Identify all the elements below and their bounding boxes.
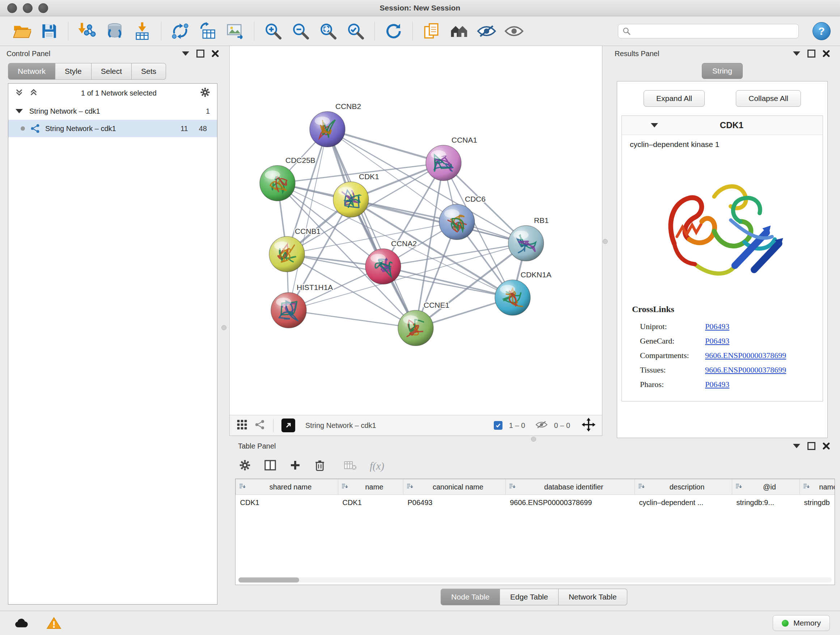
zoom-fit-button[interactable] [316,19,340,43]
network-node[interactable]: CDK1 [333,172,379,217]
zoom-window-button[interactable] [38,3,48,13]
legend-home-button[interactable] [447,19,471,43]
column-header[interactable]: database identifier [506,479,635,495]
table-cell[interactable]: cyclin–dependent ... [635,495,732,511]
cloud-status-button[interactable] [10,615,33,631]
tab-sets[interactable]: Sets [132,63,166,80]
tab-node-table[interactable]: Node Table [441,589,500,605]
selected-nodes-checkbox-icon[interactable] [494,421,502,430]
panel-menu-icon[interactable] [793,444,800,448]
panel-float-icon[interactable] [807,50,815,57]
memory-button[interactable]: Memory [773,615,830,631]
network-node[interactable]: CCNB2 [309,102,361,147]
crosslink-link[interactable]: 9606.ENSP00000378699 [705,365,786,374]
delete-column-icon[interactable] [314,459,325,473]
tab-network[interactable]: Network [8,63,55,80]
tab-style[interactable]: Style [55,63,92,80]
add-column-icon[interactable] [289,459,301,473]
column-header[interactable]: shared name [236,479,338,495]
new-network-icon [171,22,189,41]
panel-float-icon[interactable] [807,442,815,450]
zoom-out-button[interactable] [288,19,313,43]
splitter-handle[interactable] [603,239,608,244]
cytoscape-window: Session: New Session [0,0,840,635]
table-cell[interactable]: CDK1 [236,495,338,511]
column-header[interactable]: name [338,479,403,495]
network-node[interactable]: CDC6 [439,195,485,240]
show-all-button[interactable] [502,19,526,43]
zoom-in-button[interactable] [261,19,286,43]
pan-move-icon[interactable] [582,418,595,433]
protein-section-header[interactable]: CDK1 [622,116,823,135]
table-cell[interactable]: P06493 [403,495,506,511]
network-node[interactable]: CDKN1A [495,271,551,315]
open-session-button[interactable] [9,19,34,43]
tab-string[interactable]: String [702,63,743,79]
column-header-label: canonical name [414,483,502,491]
scrollbar-thumb[interactable] [238,578,299,583]
network-node[interactable]: RB1 [508,216,549,261]
network-canvas[interactable]: CCNB2CCNA1CDC25BCDK1CDC6RB1CCNB1CCNA2CDK… [230,46,602,415]
table-cell[interactable]: 9606.ENSP00000378699 [506,495,635,511]
network-node[interactable]: CCNA1 [426,136,477,181]
network-node[interactable]: HIST1H1A [271,283,333,328]
tab-network-table[interactable]: Network Table [559,589,627,605]
save-session-button[interactable] [37,19,62,43]
expand-all-button[interactable]: Expand All [644,90,705,107]
table-cell[interactable]: stringdb [800,495,835,511]
search-input[interactable] [618,24,799,38]
crosslink-label: Uniprot: [640,322,705,331]
expand-all-networks-icon[interactable] [15,88,24,98]
minimize-window-button[interactable] [23,3,33,13]
close-window-button[interactable] [7,3,17,13]
hide-selected-button[interactable] [474,19,499,43]
column-header[interactable]: @id [732,479,800,495]
table-options-gear-icon[interactable] [239,459,251,473]
crosslink-link[interactable]: P06493 [705,322,729,331]
crosslinks-block: CrossLinks Uniprot:P06493GeneCard:P06493… [622,299,823,401]
birdseye-view-icon[interactable] [236,419,248,432]
panel-close-icon[interactable] [212,50,219,57]
crosslink-link[interactable]: P06493 [705,336,729,345]
import-network-database-button[interactable] [103,19,127,43]
collapse-all-networks-icon[interactable] [29,88,38,98]
section-caret-icon[interactable] [651,123,658,127]
table-cell[interactable]: stringdb:9... [732,495,800,511]
collapse-all-button[interactable]: Collapse All [736,90,801,107]
warnings-button[interactable] [43,615,65,631]
network-view-title: String Network – cdk1 [305,421,376,430]
panel-menu-icon[interactable] [182,51,189,56]
network-collection-row[interactable]: String Network – cdk1 1 [8,103,217,120]
annotation-copy-button[interactable] [419,19,444,43]
column-header[interactable]: namespac [800,479,835,495]
import-table-file-button[interactable] [130,19,155,43]
panel-close-icon[interactable] [823,442,830,450]
refresh-button[interactable] [381,19,406,43]
network-options-gear-icon[interactable] [200,87,210,100]
new-network-button[interactable] [168,19,193,43]
crosslink-link[interactable]: P06493 [705,380,729,389]
graph-style-icon[interactable] [254,419,265,432]
open-in-window-button[interactable] [281,418,295,432]
panel-float-icon[interactable] [196,50,204,57]
crosslink-link[interactable]: 9606.ENSP00000378699 [705,351,786,360]
splitter-handle[interactable] [531,437,536,442]
table-cell[interactable]: CDK1 [338,495,403,511]
panel-menu-icon[interactable] [793,51,800,56]
column-header[interactable]: description [635,479,732,495]
tab-select[interactable]: Select [92,63,132,80]
tab-edge-table[interactable]: Edge Table [500,589,559,605]
network-row-selected[interactable]: String Network – cdk1 11 48 [8,120,217,137]
panel-close-icon[interactable] [823,50,830,57]
zoom-selected-button[interactable] [343,19,368,43]
import-network-file-button[interactable] [75,19,99,43]
splitter-handle[interactable] [221,325,226,330]
export-image-button[interactable] [223,19,248,43]
collection-caret-icon[interactable] [16,109,23,113]
table-row[interactable]: CDK1CDK1P064939606.ENSP00000378699cyclin… [236,495,835,511]
column-header[interactable]: canonical name [403,479,506,495]
horizontal-scrollbar[interactable] [238,578,832,583]
new-table-button[interactable] [195,19,220,43]
show-columns-icon[interactable] [264,459,276,473]
help-button[interactable]: ? [813,22,831,40]
